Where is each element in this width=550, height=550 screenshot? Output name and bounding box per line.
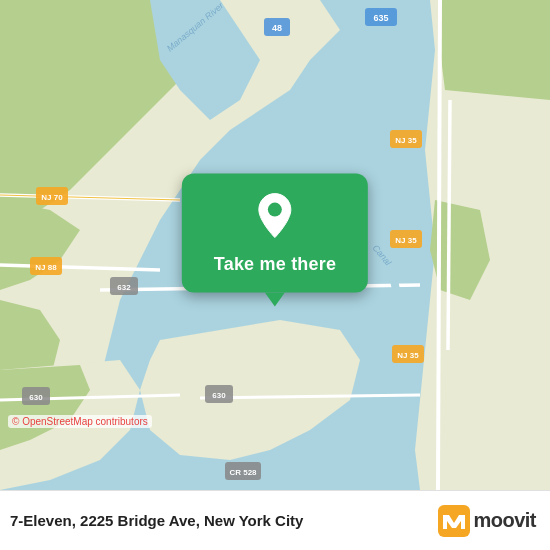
green-card: Take me there <box>182 174 368 293</box>
map-view: 48 635 NJ 70 NJ 88 632 NJ 35 NJ 35 NJ 35… <box>0 0 550 490</box>
location-pin-icon <box>253 192 297 244</box>
svg-text:630: 630 <box>212 391 226 400</box>
navigation-card: Take me there <box>182 174 368 293</box>
svg-text:NJ 35: NJ 35 <box>395 136 417 145</box>
svg-point-33 <box>268 203 282 217</box>
svg-text:630: 630 <box>29 393 43 402</box>
svg-text:CR 528: CR 528 <box>229 468 257 477</box>
map-attribution: © OpenStreetMap contributors <box>8 415 152 428</box>
take-me-there-button[interactable]: Take me there <box>214 254 336 275</box>
svg-text:635: 635 <box>373 13 388 23</box>
location-label: 7-Eleven, 2225 Bridge Ave, New York City <box>10 512 438 529</box>
bottom-bar: 7-Eleven, 2225 Bridge Ave, New York City… <box>0 490 550 550</box>
svg-line-5 <box>448 100 450 350</box>
svg-rect-34 <box>438 505 470 537</box>
moovit-text: moovit <box>473 509 536 532</box>
moovit-icon <box>438 505 470 537</box>
svg-text:48: 48 <box>272 23 282 33</box>
svg-text:NJ 35: NJ 35 <box>395 236 417 245</box>
svg-text:NJ 70: NJ 70 <box>41 193 63 202</box>
svg-text:NJ 35: NJ 35 <box>397 351 419 360</box>
svg-text:632: 632 <box>117 283 131 292</box>
svg-line-4 <box>438 0 440 490</box>
svg-text:NJ 88: NJ 88 <box>35 263 57 272</box>
attribution-text: © OpenStreetMap contributors <box>12 416 148 427</box>
moovit-logo: moovit <box>438 505 536 537</box>
